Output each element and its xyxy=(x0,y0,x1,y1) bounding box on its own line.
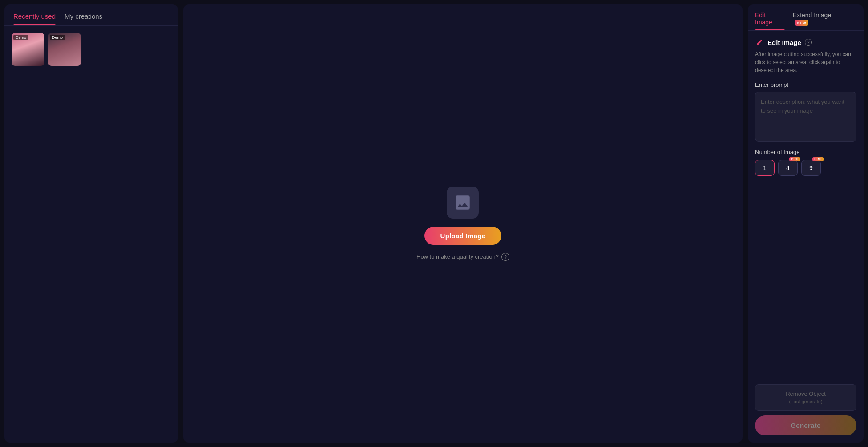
list-item[interactable]: Demo xyxy=(12,33,44,66)
quality-hint-text: How to make a quality creation? xyxy=(416,253,499,260)
prompt-label: Enter prompt xyxy=(755,81,856,88)
pro-badge: PRO xyxy=(789,157,800,161)
remove-object-sublabel: (Fast generate) xyxy=(761,398,851,405)
demo-badge: Demo xyxy=(50,35,65,40)
pro-badge-9: PRO xyxy=(812,157,824,161)
image-placeholder-icon xyxy=(447,187,479,219)
demo-badge: Demo xyxy=(13,35,28,40)
right-panel-content: Edit Image ? After image cutting success… xyxy=(748,31,864,443)
upload-area: Upload Image How to make a quality creat… xyxy=(416,187,509,261)
section-title: Edit Image xyxy=(767,39,801,46)
image-grid: Demo Demo xyxy=(12,33,171,66)
section-help-icon[interactable]: ? xyxy=(805,39,812,46)
remove-object-label: Remove Object xyxy=(761,390,851,398)
tab-edit-image[interactable]: Edit Image xyxy=(755,12,785,30)
left-panel-content: Demo Demo xyxy=(4,26,178,443)
remove-object-button[interactable]: Remove Object (Fast generate) xyxy=(755,384,856,411)
tab-recently-used[interactable]: Recently used xyxy=(13,12,56,25)
left-panel: Recently used My creations Demo Demo xyxy=(4,4,178,443)
left-panel-tabs: Recently used My creations xyxy=(4,4,178,26)
image-icon xyxy=(453,193,472,212)
pencil-icon xyxy=(755,38,764,47)
list-item[interactable]: Demo xyxy=(48,33,81,66)
number-of-image-label: Number of Image xyxy=(755,149,856,155)
prompt-textarea[interactable] xyxy=(755,92,856,142)
generate-button[interactable]: Generate xyxy=(755,415,856,435)
number-option-4[interactable]: 4 PRO xyxy=(778,160,798,176)
right-panel: Edit Image Extend Image NEW Edit Image ?… xyxy=(748,4,864,443)
center-panel: Upload Image How to make a quality creat… xyxy=(183,4,743,443)
help-circle-icon[interactable]: ? xyxy=(501,253,509,261)
section-description: After image cutting successfully, you ca… xyxy=(755,50,856,74)
tab-extend-image[interactable]: Extend Image NEW xyxy=(793,12,848,30)
tab-my-creations[interactable]: My creations xyxy=(65,12,102,25)
new-badge: NEW xyxy=(795,20,808,26)
right-panel-tabs: Edit Image Extend Image NEW xyxy=(748,4,864,31)
number-option-1[interactable]: 1 xyxy=(755,160,775,176)
section-title-row: Edit Image ? xyxy=(755,38,856,47)
number-option-9[interactable]: 9 PRO xyxy=(801,160,821,176)
quality-hint[interactable]: How to make a quality creation? ? xyxy=(416,253,509,261)
upload-image-button[interactable]: Upload Image xyxy=(424,227,502,245)
number-options: 1 4 PRO 9 PRO xyxy=(755,160,856,176)
